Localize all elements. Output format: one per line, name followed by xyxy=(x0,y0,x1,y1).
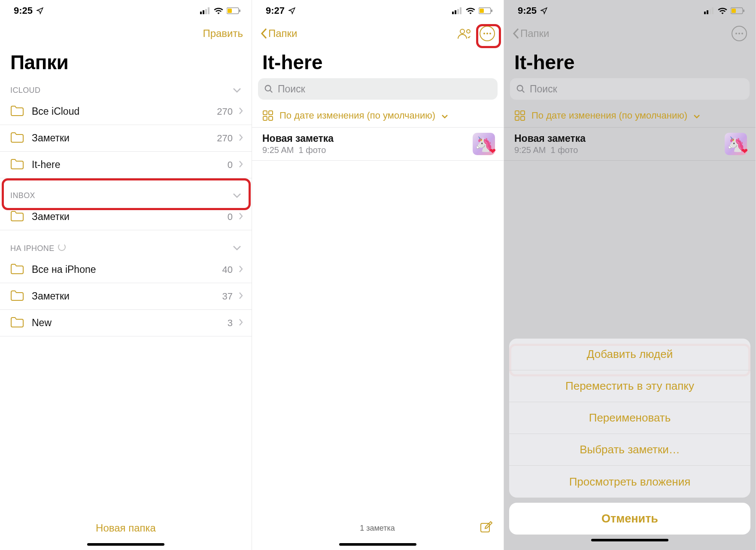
search-input[interactable]: Поиск xyxy=(258,78,498,100)
folder-label: Заметки xyxy=(32,290,222,302)
sheet-item-add-people[interactable]: Добавить людей xyxy=(509,339,750,370)
status-bar: 9:25 xyxy=(0,0,252,21)
location-icon xyxy=(540,7,548,15)
note-thumbnail: 🦄 xyxy=(725,133,747,155)
svg-rect-1 xyxy=(203,10,204,14)
chevron-right-icon xyxy=(239,134,243,143)
battery-icon xyxy=(227,7,241,14)
status-bar: 9:27 xyxy=(252,0,504,21)
chevron-right-icon xyxy=(239,160,243,170)
search-icon xyxy=(264,84,273,94)
note-thumbnail: 🦄 xyxy=(473,133,495,155)
folder-label: It-here xyxy=(32,159,228,171)
folder-icon xyxy=(10,159,24,171)
more-button[interactable] xyxy=(480,26,495,41)
section-header-icloud[interactable]: ICLOUD xyxy=(0,81,252,98)
svg-rect-0 xyxy=(200,12,202,14)
section-label: НА IPHONE xyxy=(10,243,66,253)
sheet-item-select-notes[interactable]: Выбрать заметки… xyxy=(509,434,750,466)
chevron-down-icon xyxy=(441,110,448,121)
battery-icon xyxy=(731,7,745,14)
note-row: Новая заметка 9:25 AM 1 фото 🦄 xyxy=(504,127,756,161)
folder-row-notes-inbox[interactable]: Заметки 0 xyxy=(0,204,252,230)
chevron-down-icon xyxy=(233,86,241,95)
chevron-right-icon xyxy=(239,265,243,275)
folder-icon xyxy=(10,105,24,118)
folder-row-all-iphone[interactable]: Все на iPhone 40 xyxy=(0,257,252,283)
spinner-icon xyxy=(58,243,66,251)
note-title: Новая заметка xyxy=(514,133,720,144)
folder-row-notes-iphone[interactable]: Заметки 37 xyxy=(0,283,252,310)
svg-rect-24 xyxy=(709,9,711,14)
folder-count: 0 xyxy=(228,211,233,223)
svg-rect-28 xyxy=(743,9,744,12)
grid-icon xyxy=(262,110,273,121)
svg-point-29 xyxy=(517,86,523,91)
search-icon xyxy=(516,84,525,94)
folder-icon xyxy=(10,290,24,303)
location-icon xyxy=(288,7,296,15)
note-row[interactable]: Новая заметка 9:25 AM 1 фото 🦄 xyxy=(252,127,504,161)
sort-label: По дате изменения (по умолчанию) xyxy=(531,110,687,121)
status-bar: 9:25 xyxy=(504,0,756,21)
svg-rect-17 xyxy=(263,111,267,115)
compose-button[interactable] xyxy=(480,520,493,536)
home-indicator[interactable] xyxy=(87,543,164,546)
folder-row-new[interactable]: New 3 xyxy=(0,310,252,336)
sheet-item-move-to-folder[interactable]: Переместить в эту папку xyxy=(509,370,750,402)
new-folder-button[interactable]: Новая папка xyxy=(96,522,156,534)
svg-rect-31 xyxy=(521,111,525,115)
status-time: 9:25 xyxy=(518,5,537,16)
folder-row-notes-icloud[interactable]: Заметки 270 xyxy=(0,125,252,152)
folder-icon xyxy=(10,317,24,330)
back-button[interactable]: Папки xyxy=(261,28,298,40)
sort-button[interactable]: По дате изменения (по умолчанию) xyxy=(252,104,504,127)
more-button xyxy=(732,26,747,41)
share-people-icon[interactable] xyxy=(456,25,473,42)
svg-rect-30 xyxy=(515,111,519,115)
svg-rect-8 xyxy=(455,10,456,14)
sheet-cancel-button[interactable]: Отменить xyxy=(509,503,750,535)
chevron-down-icon xyxy=(693,110,700,121)
svg-rect-9 xyxy=(457,9,459,14)
folder-label: New xyxy=(32,317,228,329)
wifi-icon xyxy=(718,7,727,14)
status-time: 9:25 xyxy=(14,5,33,16)
search-placeholder: Поиск xyxy=(278,83,305,95)
action-sheet: Добавить людей Переместить в эту папку П… xyxy=(509,339,750,546)
svg-rect-7 xyxy=(452,12,454,14)
folder-icon xyxy=(10,263,24,276)
chevron-down-icon xyxy=(233,244,241,253)
page-title: Папки xyxy=(0,46,252,81)
svg-rect-32 xyxy=(515,116,519,120)
chevron-down-icon xyxy=(233,191,241,200)
wifi-icon xyxy=(214,7,223,14)
section-label: INBOX xyxy=(10,191,35,200)
svg-rect-27 xyxy=(732,9,736,13)
sheet-item-rename[interactable]: Переименовать xyxy=(509,402,750,434)
note-subtitle: 9:25 AM 1 фото xyxy=(514,145,720,155)
folder-row-all-icloud[interactable]: Все iCloud 270 xyxy=(0,98,252,125)
home-indicator[interactable] xyxy=(339,543,416,546)
battery-icon xyxy=(479,7,493,14)
folder-row-it-here[interactable]: It-here 0 xyxy=(0,152,252,178)
svg-rect-23 xyxy=(707,10,708,14)
folder-label: Все на iPhone xyxy=(32,264,222,275)
folder-label: Заметки xyxy=(32,132,217,144)
section-header-inbox[interactable]: INBOX xyxy=(0,186,252,204)
back-label: Папки xyxy=(268,28,298,40)
home-indicator[interactable] xyxy=(591,539,668,541)
svg-rect-3 xyxy=(208,7,209,14)
svg-rect-18 xyxy=(269,111,273,115)
edit-button[interactable]: Править xyxy=(203,28,243,40)
chevron-right-icon xyxy=(239,212,243,222)
note-subtitle: 9:25 AM 1 фото xyxy=(262,145,468,155)
nav-bar: Править xyxy=(0,21,252,46)
section-header-on-iphone[interactable]: НА IPHONE xyxy=(0,238,252,257)
svg-rect-25 xyxy=(712,7,713,14)
svg-rect-19 xyxy=(263,116,267,120)
sheet-item-view-attachments[interactable]: Просмотреть вложения xyxy=(509,466,750,498)
search-input: Поиск xyxy=(510,78,750,100)
svg-rect-13 xyxy=(491,9,492,12)
search-placeholder: Поиск xyxy=(530,83,557,95)
